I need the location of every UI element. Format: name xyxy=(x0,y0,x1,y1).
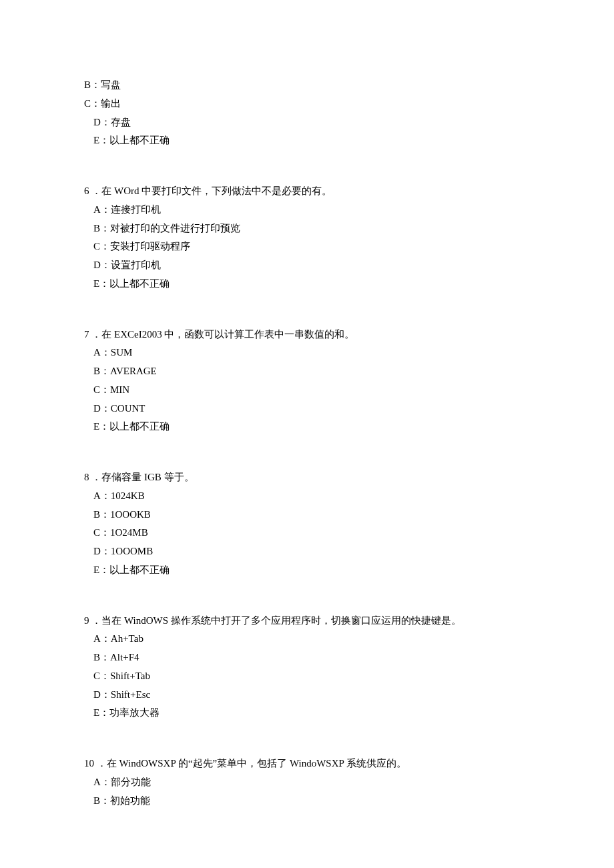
option-text: D：COUNT xyxy=(84,400,541,418)
question-text: 9 ．当在 WindOWS 操作系统中打开了多个应用程序时，切换窗口应运用的快捷… xyxy=(84,612,541,630)
option-text: E：功率放大器 xyxy=(84,704,541,723)
option-text: C：Shift+Tab xyxy=(84,667,541,686)
question-text: 8 ．存储容量 IGB 等于。 xyxy=(84,468,541,487)
document-page: B：写盘 C：输出 D：存盘 E：以上都不正确 6 ．在 WOrd 中要打印文件… xyxy=(0,0,614,868)
question-block: 6 ．在 WOrd 中要打印文件，下列做法中不是必要的有。 A：连接打印机 B：… xyxy=(84,182,541,294)
option-text: E：以上都不正确 xyxy=(84,275,541,294)
option-text: B：AVERAGE xyxy=(84,362,541,381)
option-text: D：Shift+Esc xyxy=(84,686,541,705)
option-text: D：1OOOMB xyxy=(84,542,541,561)
question-block: 10 ．在 WindOWSXP 的“起先”菜单中，包括了 WindoWSXP 系… xyxy=(84,755,541,810)
option-text: E：以上都不正确 xyxy=(84,561,541,580)
option-text: B：写盘 xyxy=(84,76,541,95)
question-block: 7 ．在 EXCeI2003 中，函数可以计算工作表中一串数值的和。 A：SUM… xyxy=(84,326,541,437)
option-text: D：设置打印机 xyxy=(84,256,541,275)
option-text: C：MIN xyxy=(84,381,541,400)
option-text: C：安装打印驱动程序 xyxy=(84,238,541,256)
option-text: B：对被打印的文件进行打印预览 xyxy=(84,220,541,238)
option-text: B：Alt+F4 xyxy=(84,648,541,667)
question-text: 7 ．在 EXCeI2003 中，函数可以计算工作表中一串数值的和。 xyxy=(84,326,541,344)
option-text: A：SUM xyxy=(84,344,541,362)
option-text: E：以上都不正确 xyxy=(84,418,541,436)
option-text: C：输出 xyxy=(84,95,541,113)
question-block: 8 ．存储容量 IGB 等于。 A：1024KB B：1OOOKB C：1O24… xyxy=(84,468,541,580)
option-text: E：以上都不正确 xyxy=(84,131,541,150)
option-text: C：1O24MB xyxy=(84,524,541,542)
option-text: A：Ah+Tab xyxy=(84,630,541,648)
option-text: D：存盘 xyxy=(84,113,541,132)
option-text: A：部分功能 xyxy=(84,773,541,792)
option-text: B：1OOOKB xyxy=(84,506,541,524)
question-text: 10 ．在 WindOWSXP 的“起先”菜单中，包括了 WindoWSXP 系… xyxy=(84,755,541,773)
question-block: 9 ．当在 WindOWS 操作系统中打开了多个应用程序时，切换窗口应运用的快捷… xyxy=(84,612,541,723)
question-fragment: B：写盘 C：输出 D：存盘 E：以上都不正确 xyxy=(84,76,541,150)
question-text: 6 ．在 WOrd 中要打印文件，下列做法中不是必要的有。 xyxy=(84,182,541,201)
option-text: A：1024KB xyxy=(84,487,541,506)
option-text: B：初始功能 xyxy=(84,792,541,811)
option-text: A：连接打印机 xyxy=(84,201,541,220)
